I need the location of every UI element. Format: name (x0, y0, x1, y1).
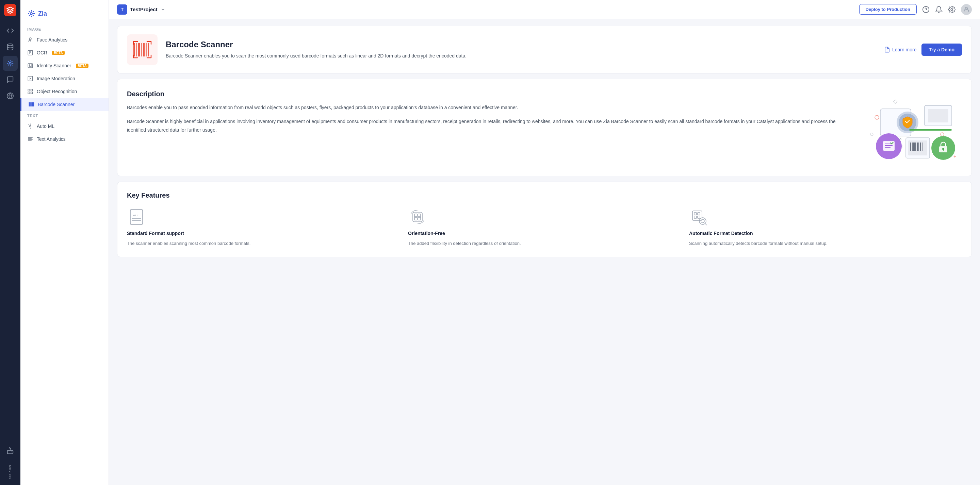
auto-format-detection-icon (689, 207, 708, 226)
sidebar-item-barcode-scanner[interactable]: Barcode Scanner (21, 98, 108, 111)
sidebar-item-ocr-label: OCR (37, 50, 47, 56)
svg-point-45 (875, 115, 879, 119)
svg-rect-20 (31, 92, 33, 94)
learn-more-button[interactable]: Learn more (884, 46, 917, 53)
svg-point-0 (8, 44, 13, 46)
try-demo-button[interactable]: Try a Demo (921, 43, 962, 56)
sidebar-item-identity-scanner[interactable]: Identity Scanner BETA (21, 59, 108, 72)
sidebar-item-ocr[interactable]: OCR BETA (21, 46, 108, 59)
description-text: Description Barcodes enable you to pass … (127, 90, 840, 165)
svg-rect-88 (692, 211, 702, 220)
topbar: T TestProject Deploy to Production (109, 0, 980, 19)
feature-orientation-free-name: Orientation-Free (408, 231, 445, 236)
svg-point-27 (30, 126, 31, 127)
svg-point-8 (30, 13, 32, 14)
rail-item-ai[interactable] (3, 56, 18, 71)
learn-more-label: Learn more (892, 47, 917, 52)
sidebar-item-barcode-scanner-label: Barcode Scanner (38, 102, 75, 107)
illustration-svg: × × (856, 90, 959, 165)
standard-format-icon: ALL (127, 207, 146, 226)
topbar-left: T TestProject (117, 5, 166, 14)
svg-rect-71 (920, 143, 921, 151)
sidebar-item-object-recognition-label: Object Recognition (37, 89, 77, 94)
notifications-icon[interactable] (935, 6, 943, 13)
features-title: Key Features (127, 191, 962, 199)
feature-auto-format-detection-desc: Scanning automatically detects barcode f… (689, 240, 827, 247)
ocr-beta-badge: BETA (52, 51, 64, 55)
svg-rect-85 (418, 214, 421, 217)
rail-item-bot[interactable] (3, 443, 18, 458)
svg-rect-40 (143, 43, 145, 56)
identity-scanner-beta-badge: BETA (76, 64, 88, 68)
sidebar-item-text-analytics[interactable]: Text Analytics (21, 133, 108, 146)
svg-rect-70 (918, 143, 919, 151)
svg-rect-21 (29, 103, 30, 107)
svg-rect-23 (31, 103, 32, 107)
sidebar-item-auto-ml[interactable]: Auto ML (21, 120, 108, 133)
rail-item-data[interactable] (3, 40, 18, 54)
user-avatar[interactable] (961, 4, 972, 15)
sidebar-item-auto-ml-label: Auto ML (37, 124, 54, 129)
svg-rect-79 (130, 210, 143, 224)
svg-rect-39 (141, 43, 142, 56)
page-content: Barcode Scanner Barcode Scanner enables … (109, 19, 980, 485)
document-icon (884, 46, 890, 53)
sidebar-zia-label: Zia (38, 10, 47, 17)
svg-rect-41 (146, 43, 147, 56)
svg-rect-14 (28, 64, 33, 68)
svg-text:+: + (953, 154, 956, 159)
barcode-icon (131, 39, 153, 60)
sidebar-item-identity-scanner-label: Identity Scanner (37, 63, 71, 68)
main-content: T TestProject Deploy to Production (109, 0, 980, 485)
deploy-button[interactable]: Deploy to Production (859, 4, 917, 14)
feature-auto-format-detection: Automatic Format Detection Scanning auto… (689, 207, 962, 247)
rail-item-web[interactable] (3, 88, 18, 103)
rail-item-chat[interactable] (3, 72, 18, 87)
description-illustration: × × (853, 90, 962, 165)
svg-point-94 (701, 219, 705, 223)
svg-rect-37 (136, 43, 137, 56)
sidebar-item-image-moderation-label: Image Moderation (37, 76, 75, 81)
svg-line-95 (705, 223, 707, 225)
sidebar-item-face-analytics-label: Face Analytics (37, 37, 67, 43)
description-section: Description Barcodes enable you to pass … (117, 79, 972, 176)
svg-rect-4 (8, 451, 13, 454)
sidebar-item-face-analytics[interactable]: Face Analytics (21, 33, 108, 46)
svg-rect-66 (912, 143, 913, 151)
features-grid: ALL Standard Format support The scanner … (127, 207, 962, 247)
svg-rect-69 (917, 143, 918, 151)
feature-orientation-free: Orientation-Free The added flexibility i… (408, 207, 681, 247)
sidebar-item-image-moderation[interactable]: Image Moderation (21, 72, 108, 85)
description-para-1: Barcodes enable you to pass encoded info… (127, 103, 840, 112)
icon-rail: Services (0, 0, 21, 485)
svg-rect-76 (943, 149, 943, 151)
svg-rect-24 (32, 103, 32, 107)
settings-icon[interactable] (948, 6, 956, 13)
svg-rect-67 (913, 143, 915, 151)
svg-point-51 (940, 133, 944, 136)
app-logo (4, 4, 16, 16)
svg-rect-18 (31, 89, 33, 91)
features-section: Key Features ALL Standard Format support… (117, 181, 972, 257)
svg-rect-89 (694, 213, 697, 215)
feature-standard-format: ALL Standard Format support The scanner … (127, 207, 400, 247)
svg-text:ALL: ALL (133, 214, 138, 217)
svg-text:×: × (899, 136, 902, 142)
svg-rect-92 (698, 216, 700, 218)
rail-item-code[interactable] (3, 23, 18, 38)
svg-point-1 (9, 62, 11, 64)
svg-rect-91 (694, 216, 697, 218)
svg-rect-72 (922, 143, 923, 151)
sidebar-item-object-recognition[interactable]: Object Recognition (21, 85, 108, 98)
project-dropdown-icon[interactable] (160, 7, 166, 12)
svg-rect-57 (909, 129, 952, 130)
svg-rect-19 (28, 92, 30, 94)
svg-rect-65 (910, 143, 911, 151)
barcode-scanner-icon-container (127, 34, 158, 65)
help-icon[interactable] (922, 6, 930, 13)
svg-rect-68 (915, 143, 916, 151)
svg-rect-90 (698, 213, 700, 215)
svg-rect-86 (414, 217, 417, 220)
project-badge: T (117, 5, 127, 14)
orientation-free-icon (408, 207, 427, 226)
